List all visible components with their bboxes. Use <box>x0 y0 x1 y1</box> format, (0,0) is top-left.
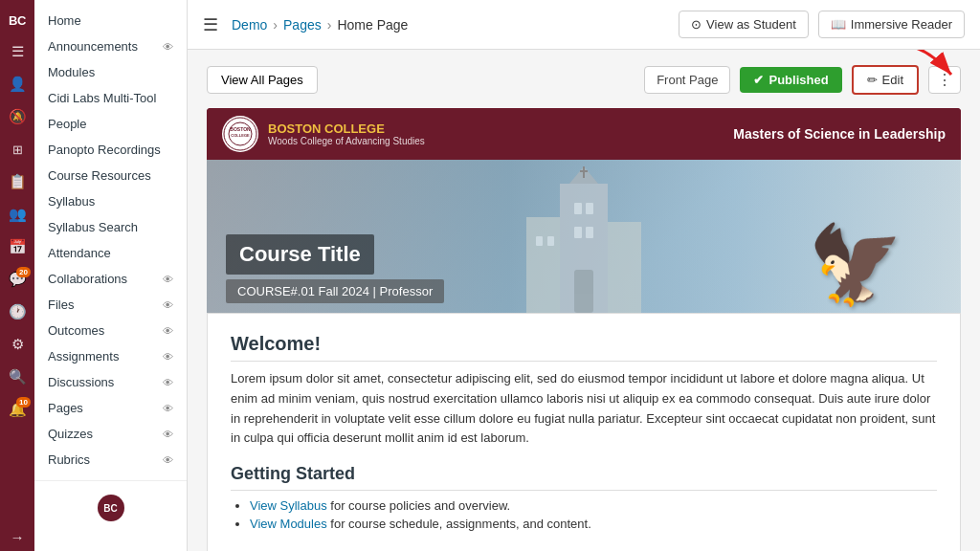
visibility-icon: 👁 <box>163 299 173 311</box>
history-icon[interactable]: 🕐 <box>2 298 33 326</box>
sidebar-footer: BC <box>34 480 187 535</box>
sidebar-item-syllabus[interactable]: Syllabus <box>34 188 187 214</box>
visibility-icon: 👁 <box>163 429 173 440</box>
course-nav: Home Announcements 👁 Modules Cidi Labs M… <box>34 0 188 551</box>
sidebar-item-announcements[interactable]: Announcements 👁 <box>34 33 187 59</box>
main-content: ☰ Demo › Pages › Home Page ⊙ View as Stu… <box>188 0 980 551</box>
search-icon[interactable]: 🔍 <box>2 363 33 391</box>
visibility-icon: 👁 <box>163 41 173 53</box>
dashboard-icon[interactable]: ⊞ <box>2 135 33 164</box>
course-title-box: Course Title <box>226 234 374 275</box>
checkmark-icon: ✔ <box>753 73 764 87</box>
courses-icon[interactable]: 📋 <box>2 167 33 196</box>
groups-icon[interactable]: 👥 <box>2 200 33 229</box>
hamburger-icon[interactable]: ☰ <box>203 14 218 35</box>
getting-started-links: View Syllabus for course policies and ov… <box>231 498 937 531</box>
svg-rect-12 <box>586 203 593 214</box>
visibility-icon: 👁 <box>163 274 173 285</box>
breadcrumb: ☰ Demo › Pages › Home Page <box>203 14 408 35</box>
top-header: ☰ Demo › Pages › Home Page ⊙ View as Stu… <box>188 0 980 50</box>
inbox-icon[interactable]: 💬 20 <box>2 265 33 294</box>
avatar: BC <box>98 495 124 521</box>
sidebar-item-pages[interactable]: Pages 👁 <box>34 395 187 421</box>
sidebar-item-attendance[interactable]: Attendance <box>34 240 187 266</box>
edit-button[interactable]: ✏ Edit <box>852 65 919 95</box>
visibility-icon: 👁 <box>163 325 173 337</box>
college-sub: Woods College of Advancing Studies <box>268 136 425 146</box>
breadcrumb-current: Home Page <box>337 17 408 33</box>
sidebar-item-home[interactable]: Home <box>34 8 187 33</box>
more-options-button[interactable]: ⋮ <box>928 66 961 94</box>
announcements-icon[interactable]: 🔕 <box>2 102 33 131</box>
menu-toggle-icon[interactable]: ☰ <box>2 37 33 66</box>
view-syllabus-link[interactable]: View Syllabus <box>250 498 327 513</box>
toolbar-row: View All Pages Front Page ✔ Published ✏ … <box>207 65 961 95</box>
sidebar-item-assignments[interactable]: Assignments 👁 <box>34 343 187 369</box>
sidebar-item-syllabus-search[interactable]: Syllabus Search <box>34 214 187 240</box>
breadcrumb-pages[interactable]: Pages <box>283 17 322 33</box>
visibility-icon: 👁 <box>163 377 173 388</box>
immersive-reader-button[interactable]: 📖 Immersive Reader <box>818 11 965 38</box>
student-view-icon: ⊙ <box>691 17 702 32</box>
bc-logo: BC <box>9 8 26 33</box>
content-area: View All Pages Front Page ✔ Published ✏ … <box>188 50 980 551</box>
icon-sidebar: BC ☰ 👤 🔕 ⊞ 📋 👥 📅 💬 20 🕐 ⚙ 🔍 🔔 10 → <box>0 0 34 551</box>
calendar-icon[interactable]: 📅 <box>2 232 33 261</box>
getting-started-heading: Getting Started <box>231 464 937 491</box>
pencil-icon: ✏ <box>867 73 878 87</box>
sidebar-item-quizzes[interactable]: Quizzes 👁 <box>34 421 187 447</box>
breadcrumb-demo[interactable]: Demo <box>232 17 267 33</box>
header-actions: ⊙ View as Student 📖 Immersive Reader <box>679 11 965 38</box>
sidebar-item-course-resources[interactable]: Course Resources <box>34 163 187 188</box>
church-silhouette <box>479 165 689 313</box>
college-seal: BOSTON COLLEGE <box>222 116 258 152</box>
svg-rect-16 <box>547 236 554 246</box>
account-icon[interactable]: 👤 <box>2 70 33 99</box>
eagle-decoration: 🦅 <box>808 227 903 303</box>
studio-icon[interactable]: ⚙ <box>2 330 33 359</box>
svg-text:BOSTON: BOSTON <box>230 126 251 132</box>
sidebar-navigation: Home Announcements 👁 Modules Cidi Labs M… <box>34 0 187 480</box>
college-info: BOSTON COLLEGE BOSTON COLLEGE Woods Coll… <box>222 116 425 152</box>
sidebar-item-modules[interactable]: Modules <box>34 59 187 85</box>
sidebar-item-collaborations[interactable]: Collaborations 👁 <box>34 266 187 292</box>
sidebar-item-discussions[interactable]: Discussions 👁 <box>34 369 187 395</box>
sidebar-item-rubrics[interactable]: Rubrics 👁 <box>34 447 187 473</box>
sidebar-item-cidi[interactable]: Cidi Labs Multi-Tool <box>34 85 187 111</box>
sidebar-item-panopto[interactable]: Panopto Recordings <box>34 137 187 163</box>
course-subtitle-box: COURSE#.01 Fall 2024 | Professor <box>226 279 444 303</box>
welcome-heading: Welcome! <box>231 333 937 362</box>
page-banner: BOSTON COLLEGE BOSTON COLLEGE Woods Coll… <box>207 108 961 313</box>
list-item: View Syllabus for course policies and ov… <box>250 498 937 513</box>
notifications-icon[interactable]: 🔔 10 <box>2 395 33 424</box>
immersive-icon: 📖 <box>831 17 846 32</box>
view-as-student-button[interactable]: ⊙ View as Student <box>679 11 809 38</box>
degree-title: Masters of Science in Leadership <box>733 125 946 143</box>
svg-text:COLLEGE: COLLEGE <box>231 133 250 138</box>
sidebar-item-outcomes[interactable]: Outcomes 👁 <box>34 318 187 343</box>
banner-header: BOSTON COLLEGE BOSTON COLLEGE Woods Coll… <box>207 108 961 160</box>
course-subtitle: COURSE#.01 Fall 2024 | Professor <box>237 284 433 298</box>
list-item: View Modules for course schedule, assign… <box>250 517 937 531</box>
course-title: Course Title <box>239 242 361 267</box>
welcome-text: Lorem ipsum dolor sit amet, consectetur … <box>231 369 937 449</box>
visibility-icon: 👁 <box>163 351 173 363</box>
front-page-button[interactable]: Front Page <box>644 66 730 94</box>
visibility-icon: 👁 <box>163 403 173 414</box>
svg-rect-11 <box>574 203 582 214</box>
banner-image: 🦅 Course Title COURSE#.01 Fall 2024 | Pr… <box>207 160 961 313</box>
view-modules-link[interactable]: View Modules <box>250 517 327 531</box>
expand-icon[interactable]: → <box>2 522 33 551</box>
svg-rect-14 <box>586 227 593 238</box>
svg-rect-13 <box>574 227 582 238</box>
svg-rect-17 <box>574 270 593 313</box>
sidebar-item-files[interactable]: Files 👁 <box>34 292 187 318</box>
svg-rect-10 <box>608 222 641 313</box>
page-content: Welcome! Lorem ipsum dolor sit amet, con… <box>207 313 961 551</box>
view-all-pages-button[interactable]: View All Pages <box>207 66 318 94</box>
visibility-icon: 👁 <box>163 454 173 466</box>
sidebar-item-people[interactable]: People <box>34 111 187 137</box>
published-button[interactable]: ✔ Published <box>740 67 841 93</box>
svg-rect-15 <box>536 236 543 246</box>
svg-rect-9 <box>526 217 560 313</box>
